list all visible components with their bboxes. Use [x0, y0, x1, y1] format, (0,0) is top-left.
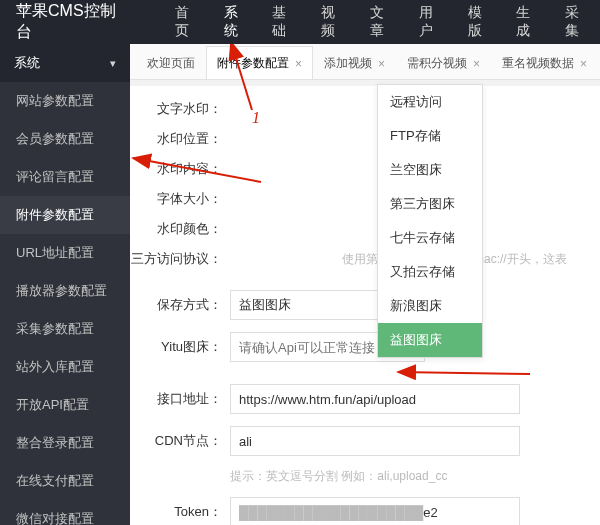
label-third-party: 三方访问协议：	[130, 250, 230, 268]
label-wm-color: 水印颜色：	[130, 220, 230, 238]
tab-label: 附件参数配置	[217, 55, 289, 72]
topnav-item[interactable]: 首页	[161, 0, 210, 44]
sidebar-header[interactable]: 系统 ▾	[0, 44, 130, 82]
sidebar-item[interactable]: 评论留言配置	[0, 158, 130, 196]
label-wm-position: 水印位置：	[130, 130, 230, 148]
topnav-item[interactable]: 文章	[356, 0, 405, 44]
close-icon[interactable]: ×	[295, 57, 302, 71]
form-pane: 文字水印： 水印位置： 水印内容： 字体大小： 水印颜色： 三方访问协议： 使用…	[130, 86, 600, 525]
dropdown-option[interactable]: 第三方图床	[378, 187, 482, 221]
label-font-size: 字体大小：	[130, 190, 230, 208]
sidebar-item[interactable]: 附件参数配置	[0, 196, 130, 234]
top-nav: 首页系统基础视频文章用户模版生成采集	[161, 0, 600, 44]
tab[interactable]: 重名视频数据×	[491, 46, 598, 79]
close-icon[interactable]: ×	[580, 57, 587, 71]
hint-cdn: 提示：英文逗号分割 例如：ali,upload_cc	[230, 468, 447, 485]
topnav-item[interactable]: 模版	[454, 0, 503, 44]
sidebar-item[interactable]: 网站参数配置	[0, 82, 130, 120]
dropdown-option[interactable]: 又拍云存储	[378, 255, 482, 289]
tab-bar: 欢迎页面附件参数配置×添加视频×需积分视频×重名视频数据×	[130, 44, 600, 80]
label-save-mode: 保存方式：	[130, 296, 230, 314]
sidebar-item[interactable]: 微信对接配置	[0, 500, 130, 525]
label-text-watermark: 文字水印：	[130, 100, 230, 118]
dropdown-option[interactable]: FTP存储	[378, 119, 482, 153]
sidebar-item[interactable]: 站外入库配置	[0, 348, 130, 386]
tab-label: 重名视频数据	[502, 55, 574, 72]
tab[interactable]: 附件参数配置×	[206, 46, 313, 79]
sidebar-item[interactable]: 播放器参数配置	[0, 272, 130, 310]
tab-label: 需积分视频	[407, 55, 467, 72]
token-suffix: e2	[423, 505, 437, 520]
chevron-down-icon: ▾	[110, 57, 116, 70]
sidebar-item[interactable]: 在线支付配置	[0, 462, 130, 500]
dropdown-option[interactable]: 新浪图床	[378, 289, 482, 323]
topnav-item[interactable]: 采集	[551, 0, 600, 44]
sidebar-item[interactable]: 开放API配置	[0, 386, 130, 424]
topnav-item[interactable]: 生成	[502, 0, 551, 44]
label-wm-content: 水印内容：	[130, 160, 230, 178]
main-area: 欢迎页面附件参数配置×添加视频×需积分视频×重名视频数据× 远程访问FTP存储兰…	[130, 44, 600, 525]
sidebar-item[interactable]: 采集参数配置	[0, 310, 130, 348]
dropdown-option[interactable]: 远程访问	[378, 85, 482, 119]
topnav-item[interactable]: 系统	[210, 0, 259, 44]
close-icon[interactable]: ×	[378, 57, 385, 71]
tab-label: 欢迎页面	[147, 55, 195, 72]
annotation-number-1: 1	[252, 109, 260, 127]
token-mask: ████████████████████	[239, 505, 423, 520]
tab-label: 添加视频	[324, 55, 372, 72]
tab[interactable]: 欢迎页面	[136, 46, 206, 79]
label-cdn: CDN节点：	[130, 432, 230, 450]
close-icon[interactable]: ×	[473, 57, 480, 71]
sidebar-item[interactable]: URL地址配置	[0, 234, 130, 272]
tab[interactable]: 需积分视频×	[396, 46, 491, 79]
cdn-input[interactable]	[230, 426, 520, 456]
brand-title: 苹果CMS控制台	[0, 1, 133, 43]
topnav-item[interactable]: 用户	[405, 0, 454, 44]
topnav-item[interactable]: 视频	[307, 0, 356, 44]
top-bar: 苹果CMS控制台 首页系统基础视频文章用户模版生成采集	[0, 0, 600, 44]
dropdown-option[interactable]: 兰空图床	[378, 153, 482, 187]
sidebar-item[interactable]: 会员参数配置	[0, 120, 130, 158]
label-token: Token：	[130, 503, 230, 521]
dropdown-option[interactable]: 益图图床	[378, 323, 482, 357]
dropdown-option[interactable]: 七牛云存储	[378, 221, 482, 255]
label-api-addr: 接口地址：	[130, 390, 230, 408]
api-addr-input[interactable]	[230, 384, 520, 414]
sidebar-item[interactable]: 整合登录配置	[0, 424, 130, 462]
tab[interactable]: 添加视频×	[313, 46, 396, 79]
token-input[interactable]: ████████████████████ e2	[230, 497, 520, 525]
topnav-item[interactable]: 基础	[258, 0, 307, 44]
label-yitu: Yitu图床：	[130, 338, 230, 356]
sidebar-header-label: 系统	[14, 54, 40, 72]
sidebar: 系统 ▾ 网站参数配置会员参数配置评论留言配置附件参数配置URL地址配置播放器参…	[0, 44, 130, 525]
save-mode-dropdown[interactable]: 远程访问FTP存储兰空图床第三方图床七牛云存储又拍云存储新浪图床益图图床	[377, 84, 483, 358]
